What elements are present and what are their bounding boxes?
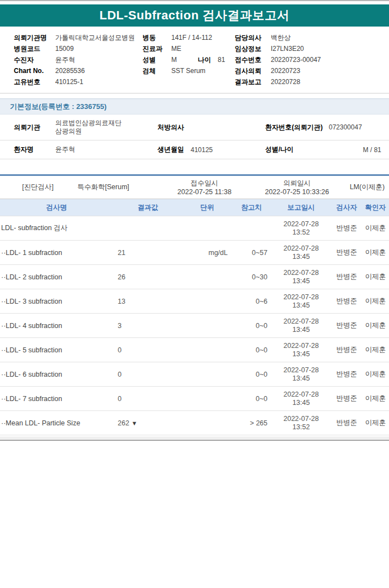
column-header-tester: 검사자: [332, 199, 362, 216]
sex-age-value: M / 81: [329, 146, 381, 154]
unit: [182, 216, 232, 241]
reference-range: [232, 216, 271, 241]
verifier: 이제훈: [362, 314, 389, 338]
test-name: ··LDL- 6 subfraction: [0, 362, 113, 387]
result-value: 0: [113, 387, 182, 411]
verifier: 이제훈: [362, 216, 389, 241]
bottom-divider: [0, 436, 389, 441]
column-header-report-datetime: 보고일시: [271, 199, 332, 216]
tester: 반병준: [332, 216, 362, 241]
field-value: 141F / 14-112: [171, 34, 212, 41]
tester: 반병준: [332, 362, 362, 387]
field-label: 진료과: [143, 44, 171, 54]
tester: 반병준: [332, 265, 362, 289]
table-row: ··LDL- 1 subfraction 21 mg/dL 0~57 2022-…: [0, 241, 389, 265]
request-org-label: 의뢰기관: [14, 123, 55, 132]
request-org-line1: 의료법인삼광의료재단: [55, 119, 122, 127]
report-datetime: 2022-07-2813:52: [271, 411, 332, 435]
reference-range: 0~0: [232, 314, 271, 338]
field-label: 검체: [143, 66, 171, 76]
field-value: 20285536: [55, 67, 85, 75]
tester: 반병준: [332, 338, 362, 362]
field-request-org-name: 의뢰기관명 가톨릭대학교서울성모병원: [14, 32, 143, 43]
result-value: 3: [113, 314, 182, 338]
column-header-verifier: 확인자: [362, 199, 389, 216]
header-divider: [0, 93, 389, 93]
field-attending-doctor: 담당의사 백한상: [235, 32, 389, 43]
test-name: ··LDL- 2 subfraction: [0, 265, 113, 289]
test-name: ··LDL- 7 subfraction: [0, 387, 113, 411]
tester: 반병준: [332, 387, 362, 411]
tester: 반병준: [332, 289, 362, 314]
birth-date-value: 410125: [191, 146, 265, 154]
field-label-age: 나이: [198, 55, 211, 65]
results-header-row: 검사명 결과값 단위 참고치 보고일시 검사자 확인자: [0, 199, 389, 216]
table-row: ··LDL- 3 subfraction 13 0~6 2022-07-2813…: [0, 289, 389, 314]
field-label: 임상정보: [235, 44, 271, 54]
unit: [182, 387, 232, 411]
field-label: 병원코드: [14, 44, 55, 54]
report-datetime: 2022-07-2813:45: [271, 314, 332, 338]
table-row: ··Mean LDL- Particle Size 262▼ > 265 202…: [0, 411, 389, 435]
result-value: 262▼: [113, 411, 182, 435]
patient-header: 의뢰기관명 가톨릭대학교서울성모병원 병원코드 15009 수진자 윤주혁 Ch…: [0, 27, 389, 91]
verifier: 이제훈: [362, 241, 389, 265]
unit: mg/dL: [182, 241, 232, 265]
field-value: ME: [171, 45, 181, 53]
request-org-line2: 삼광의원: [55, 127, 82, 135]
field-label: 고유번호: [14, 77, 55, 87]
report-datetime: 2022-07-2813:45: [271, 362, 332, 387]
result-value: [113, 216, 182, 241]
field-receipt-no: 접수번호 20220723-00047: [235, 54, 389, 65]
unit: [182, 338, 232, 362]
reference-range: 0~0: [232, 362, 271, 387]
report-title: LDL-Subfraction 검사결과보고서: [99, 7, 290, 24]
field-value: 20220728: [271, 78, 300, 86]
reference-range: 0~57: [232, 241, 271, 265]
table-row: LDL- subfraction 검사 2022-07-2813:52 반병준 …: [0, 216, 389, 241]
field-value: 20220723: [271, 67, 300, 75]
table-row: ··LDL- 5 subfraction 0 0~0 2022-07-2813:…: [0, 338, 389, 362]
field-value: M: [171, 56, 177, 64]
tester: 반병준: [332, 411, 362, 435]
result-value: 26: [113, 265, 182, 289]
patient-no-value: 072300047: [329, 123, 381, 131]
unit: [182, 289, 232, 314]
field-value-age: 81: [218, 56, 225, 64]
physician-label: 처방의사: [157, 123, 191, 132]
verifier: 이제훈: [362, 265, 389, 289]
patient-name-value: 윤주혁: [55, 145, 157, 154]
verifier: 이제훈: [362, 338, 389, 362]
test-name: ··Mean LDL- Particle Size: [0, 411, 113, 435]
patient-header-middle-column: 병동 141F / 14-112 진료과 ME 성별 M 나이 81 검체 SS…: [143, 32, 235, 87]
field-label: 의뢰기관명: [14, 33, 55, 43]
field-sex-age: 성별 M 나이 81: [143, 54, 235, 65]
low-flag-icon: ▼: [132, 420, 138, 426]
request-datetime-label: 의뢰일시: [283, 179, 311, 187]
report-datetime: 2022-07-2813:45: [271, 387, 332, 411]
field-label: 담당의사: [235, 33, 271, 43]
patient-name-label: 환자명: [14, 145, 55, 154]
field-label: Chart No.: [14, 67, 55, 75]
patient-header-right-column: 담당의사 백한상 임상정보 I27LN3E20 접수번호 20220723-00…: [235, 32, 389, 87]
test-name: LDL- subfraction 검사: [0, 216, 113, 241]
field-result-report-date: 결과보고 20220728: [235, 76, 389, 87]
field-value: I27LN3E20: [271, 45, 304, 53]
basic-info-section-header: 기본정보(등록번호 : 2336755): [0, 98, 389, 115]
field-label: 검사의뢰: [235, 66, 271, 76]
test-name: ··LDL- 4 subfraction: [0, 314, 113, 338]
result-value: 0: [113, 338, 182, 362]
patient-no-label: 환자번호(의뢰기관): [265, 123, 329, 132]
basic-info-row-2: 환자명 윤주혁 생년월일 410125 성별/나이 M / 81: [0, 141, 389, 159]
field-label: 수진자: [14, 55, 55, 65]
field-value: 가톨릭대학교서울성모병원: [55, 33, 135, 43]
field-department: 진료과 ME: [143, 43, 235, 54]
table-row: ··LDL- 2 subfraction 26 0~30 2022-07-281…: [0, 265, 389, 289]
field-unique-no: 고유번호 410125-1: [14, 76, 143, 87]
tester: 반병준: [332, 314, 362, 338]
field-ward: 병동 141F / 14-112: [143, 32, 235, 43]
field-specimen: 검체 SST Serum: [143, 65, 235, 76]
column-header-reference: 참고치: [232, 199, 271, 216]
receipt-datetime-label: 접수일시: [191, 179, 218, 187]
report-datetime: 2022-07-2813:45: [271, 241, 332, 265]
